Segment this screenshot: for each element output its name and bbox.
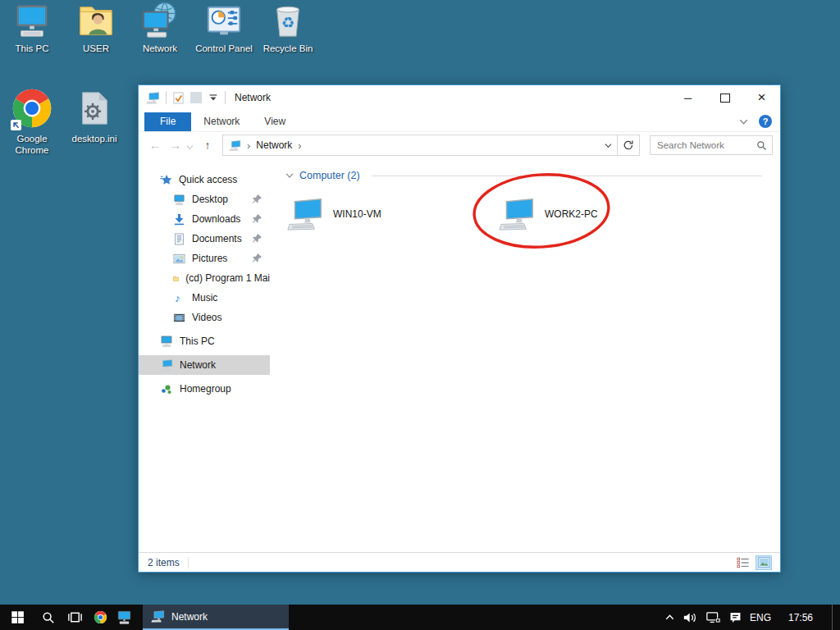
taskbar-explorer-button[interactable]	[112, 605, 136, 630]
language-indicator[interactable]: ENG	[750, 612, 771, 623]
sidebar-item-pictures[interactable]: Pictures	[139, 249, 270, 268]
start-button[interactable]	[0, 605, 34, 630]
taskbar-search-button[interactable]	[34, 605, 62, 630]
desktop-icon-this-pc[interactable]: This PC	[0, 0, 64, 55]
clock[interactable]: 17:56	[783, 612, 819, 623]
collapse-group-chevron-icon[interactable]	[285, 171, 294, 180]
pin-icon	[252, 213, 262, 224]
breadcrumb-separator: ›	[298, 139, 301, 152]
breadcrumb-location[interactable]: Network	[256, 139, 292, 151]
sidebar-item-label: Music	[192, 292, 217, 304]
sidebar-item-cd-program[interactable]: (cd) Program 1 Mai	[139, 268, 270, 288]
group-header-computer[interactable]: Computer (2)	[285, 170, 764, 181]
customize-qat-dropdown-icon[interactable]	[208, 92, 219, 103]
show-desktop-button[interactable]	[832, 605, 840, 630]
address-dropdown-chevron-icon[interactable]	[604, 141, 613, 150]
desktop-icon-recycle-bin[interactable]: Recycle Bin	[256, 0, 320, 55]
sidebar-item-desktop[interactable]: Desktop	[139, 189, 270, 209]
help-button[interactable]: ?	[759, 115, 772, 128]
refresh-icon	[623, 139, 634, 151]
desktop-icon-control-panel[interactable]: Control Panel	[192, 0, 256, 55]
refresh-button[interactable]	[617, 135, 639, 155]
documents-icon	[173, 233, 185, 245]
desktop-icon-label: USER	[64, 43, 128, 55]
minimize-button[interactable]: ─	[669, 85, 706, 110]
music-icon: ♪	[173, 292, 185, 304]
item-count: 2 items	[148, 557, 180, 568]
expand-ribbon-chevron-icon[interactable]	[738, 116, 749, 127]
task-view-icon	[67, 609, 83, 625]
desktop-icon-label: This PC	[0, 43, 64, 55]
forward-button[interactable]: →	[167, 139, 185, 152]
desktop-icon-label: Network	[128, 43, 192, 55]
quick-access-toolbar: Network	[139, 91, 271, 105]
sidebar-item-network[interactable]: Network	[139, 355, 270, 375]
file-list-pane[interactable]: Computer (2) WIN10-VM WORK2-PC	[270, 158, 780, 552]
desktop-icon-label: Control Panel	[192, 43, 256, 55]
downloads-icon	[173, 213, 185, 226]
window-title: Network	[235, 92, 271, 103]
quick-access-star-icon	[160, 174, 172, 186]
status-bar: 2 items	[139, 552, 780, 572]
sidebar-item-quick-access[interactable]: Quick access	[139, 170, 270, 189]
tab-view[interactable]: View	[252, 112, 298, 131]
desktop-icon-label: desktop.ini	[62, 134, 126, 145]
tab-network[interactable]: Network	[191, 112, 252, 131]
help-icon: ?	[763, 116, 769, 126]
back-button[interactable]: ←	[146, 139, 164, 152]
pictures-icon	[173, 253, 185, 265]
close-button[interactable]: ×	[743, 85, 780, 110]
details-view-icon	[737, 556, 750, 568]
properties-qat-icon[interactable]	[172, 92, 185, 104]
breadcrumb-separator: ›	[247, 139, 250, 152]
computer-item-win10-vm[interactable]: WIN10-VM	[286, 195, 498, 233]
computer-name: WIN10-VM	[333, 208, 381, 220]
title-bar[interactable]: Network ─ ×	[139, 85, 780, 110]
network-status-icon[interactable]	[705, 610, 721, 624]
volume-icon[interactable]	[682, 610, 698, 624]
action-center-icon[interactable]	[728, 610, 742, 624]
desktop-icon-network[interactable]: Network	[128, 0, 192, 55]
monitor-icon	[116, 609, 132, 625]
system-tray: ENG 17:56	[664, 605, 840, 630]
address-breadcrumb[interactable]: › Network ›	[223, 135, 599, 155]
task-view-button[interactable]	[62, 605, 89, 630]
search-box[interactable]	[650, 135, 773, 155]
sidebar-item-music[interactable]: ♪ Music	[139, 288, 270, 308]
network-globe-icon	[141, 2, 179, 39]
pin-icon	[252, 253, 262, 263]
desktop-icon-user-folder[interactable]: USER	[64, 0, 128, 55]
active-task-label: Network	[171, 611, 208, 623]
computer-icon	[498, 195, 536, 233]
user-folder-icon	[77, 2, 115, 39]
recent-locations-chevron-icon[interactable]	[185, 143, 194, 152]
ini-file-icon	[75, 89, 113, 127]
large-icons-view-button[interactable]	[756, 556, 771, 569]
sidebar-item-this-pc[interactable]: This PC	[139, 331, 270, 351]
taskbar-active-task-network[interactable]: Network	[143, 605, 289, 630]
hidden-icons-chevron-icon[interactable]	[664, 612, 675, 623]
new-folder-qat-icon[interactable]	[190, 92, 202, 103]
tab-file[interactable]: File	[144, 112, 191, 131]
address-bar: ← → ↑ › Network ›	[139, 132, 780, 158]
sidebar-item-documents[interactable]: Documents	[139, 229, 270, 249]
sidebar-item-label: Documents	[192, 233, 242, 244]
pin-icon	[252, 194, 262, 204]
up-button[interactable]: ↑	[199, 139, 217, 152]
search-icon[interactable]	[756, 140, 767, 151]
ribbon-tabs: File Network View ?	[139, 110, 780, 132]
sidebar-item-label: Videos	[192, 312, 221, 323]
computer-item-work2-pc[interactable]: WORK2-PC	[498, 195, 710, 233]
taskbar-chrome-button[interactable]	[89, 605, 112, 630]
desktop-icon-desktop-ini[interactable]: desktop.ini	[62, 85, 126, 145]
recycle-bin-icon	[269, 2, 307, 39]
details-view-button[interactable]	[736, 556, 751, 569]
maximize-button[interactable]	[706, 85, 743, 110]
sidebar-item-homegroup[interactable]: Homegroup	[139, 379, 270, 399]
sidebar-item-downloads[interactable]: Downloads	[139, 209, 270, 229]
desktop-icon-google-chrome[interactable]: Google Chrome	[0, 85, 64, 157]
homegroup-icon	[160, 382, 173, 395]
sidebar-item-videos[interactable]: Videos	[139, 308, 270, 327]
sidebar-item-label: Network	[180, 359, 216, 371]
search-input[interactable]	[655, 139, 756, 151]
